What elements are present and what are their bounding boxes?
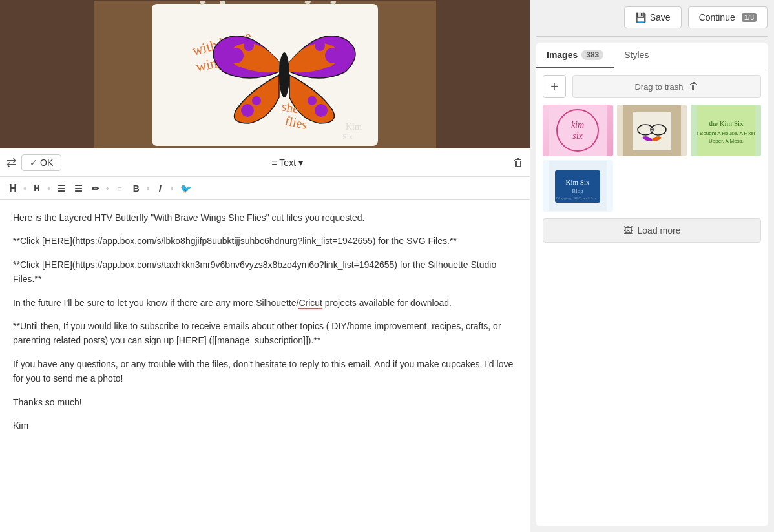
dropdown-arrow-icon: ▾ xyxy=(298,158,303,168)
sep4: • xyxy=(147,183,150,194)
bullet-list-button[interactable]: ☰ xyxy=(54,182,68,195)
right-panel: 💾 Save Continue 1/3 Images 383 Styles + … xyxy=(530,0,774,532)
content-para7: Thanks so much! xyxy=(13,395,517,409)
continue-badge: 1/3 xyxy=(742,13,757,22)
svg-point-11 xyxy=(315,104,328,117)
heading1-button[interactable]: H xyxy=(6,181,19,196)
ok-button[interactable]: ✓ OK xyxy=(21,154,61,171)
svg-text:kim: kim xyxy=(571,120,584,130)
image-section: with brave wings xyxy=(0,0,530,148)
drag-to-trash-zone: Drag to trash 🗑 xyxy=(572,75,761,98)
featured-image: with brave wings xyxy=(94,1,436,148)
svg-text:the Kim Six: the Kim Six xyxy=(709,119,744,127)
sep2: • xyxy=(47,183,50,194)
svg-point-6 xyxy=(244,41,254,51)
svg-point-12 xyxy=(308,96,317,105)
check-icon: ✓ xyxy=(30,158,37,168)
delete-block-button[interactable]: 🗑 xyxy=(513,157,523,169)
align-button[interactable]: ≡ xyxy=(113,182,126,195)
text-lines-icon: ≡ xyxy=(271,158,277,168)
content-para4: In the future I'll be sure to let you kn… xyxy=(13,296,517,310)
continue-button[interactable]: Continue 1/3 xyxy=(688,6,768,28)
tab-images[interactable]: Images 383 xyxy=(536,43,614,68)
save-icon: 💾 xyxy=(635,12,646,23)
thumbnail-2[interactable] xyxy=(617,105,687,156)
thumbnail-3[interactable]: the Kim Six I Bought A House. A Fixer Up… xyxy=(691,105,761,156)
image-grid: kim six xyxy=(543,105,761,212)
more-options-button[interactable]: 🐦 xyxy=(178,182,194,195)
svg-text:six: six xyxy=(573,131,583,141)
thumb1-svg: kim six xyxy=(549,105,607,156)
images-panel: + Drag to trash 🗑 kim six xyxy=(536,68,768,526)
svg-text:Blogging, SEO and Sm...: Blogging, SEO and Sm... xyxy=(556,196,600,200)
content-para6: If you have any questions, or any troubl… xyxy=(13,357,517,386)
heading2-button[interactable]: H xyxy=(30,182,43,194)
content-para8: Kim xyxy=(13,418,517,433)
thumb3-svg: the Kim Six I Bought A House. A Fixer Up… xyxy=(697,105,755,156)
thumb4-svg: Kim Six Blog Blogging, SEO and Sm... xyxy=(549,161,607,211)
svg-text:Kim: Kim xyxy=(346,122,362,132)
action-bar: 💾 Save Continue 1/3 xyxy=(536,6,768,28)
svg-text:I Bought A House. A Fixer: I Bought A House. A Fixer xyxy=(697,130,755,136)
content-para2: **Click [HERE](https://app.box.com/s/lbk… xyxy=(13,234,517,248)
svg-point-9 xyxy=(241,104,254,117)
content-para1: Here is the Layered HTV Butterfly "With … xyxy=(13,210,517,225)
sep5: • xyxy=(171,183,174,194)
images-toolbar: + Drag to trash 🗑 xyxy=(543,75,761,98)
svg-point-4 xyxy=(279,52,289,97)
sep3: • xyxy=(106,183,109,194)
bold-button[interactable]: B xyxy=(130,182,143,195)
load-more-icon: 🖼 xyxy=(623,225,633,236)
thumb2-svg xyxy=(623,105,681,156)
text-content-area[interactable]: Here is the Layered HTV Butterfly "With … xyxy=(0,200,530,532)
thumbnail-4[interactable]: Kim Six Blog Blogging, SEO and Sm... xyxy=(543,160,613,212)
text-type-button[interactable]: ≡ Text ▾ xyxy=(271,158,303,168)
add-image-button[interactable]: + xyxy=(543,75,566,98)
trash-icon: 🗑 xyxy=(689,81,699,92)
format-toolbar: H • H • ☰ ☰ ✏ • ≡ B • I • 🐦 xyxy=(0,177,530,200)
content-para5: **Until then, If you would like to subsc… xyxy=(13,319,517,348)
svg-point-7 xyxy=(325,48,340,63)
svg-point-8 xyxy=(315,41,325,51)
numbered-list-button[interactable]: ☰ xyxy=(72,182,85,195)
butterfly-bag-svg: with brave wings xyxy=(94,1,436,148)
main-toolbar: ⇄ ✓ OK ≡ Text ▾ 🗑 xyxy=(0,148,530,177)
panel-divider xyxy=(536,36,768,37)
highlight-button[interactable]: ✏ xyxy=(89,182,102,195)
load-more-button[interactable]: 🖼 Load more xyxy=(543,218,761,243)
svg-text:Six: Six xyxy=(342,132,353,141)
left-panel: with brave wings xyxy=(0,0,530,532)
svg-point-10 xyxy=(252,96,261,105)
save-button[interactable]: 💾 Save xyxy=(624,6,682,28)
svg-text:Blog: Blog xyxy=(572,188,584,194)
thumbnail-1[interactable]: kim six xyxy=(543,105,613,156)
italic-button[interactable]: I xyxy=(154,182,167,195)
svg-text:Upper. A Mess.: Upper. A Mess. xyxy=(709,138,744,144)
tab-styles[interactable]: Styles xyxy=(614,43,659,68)
tabs-bar: Images 383 Styles xyxy=(536,43,768,68)
adjust-button[interactable]: ⇄ xyxy=(6,156,16,170)
images-count-badge: 383 xyxy=(581,50,603,60)
svg-text:Kim Six: Kim Six xyxy=(566,178,590,186)
svg-point-5 xyxy=(228,48,244,63)
sep1: • xyxy=(23,183,26,194)
content-para3: **Click [HERE](https://app.box.com/s/tax… xyxy=(13,258,517,287)
